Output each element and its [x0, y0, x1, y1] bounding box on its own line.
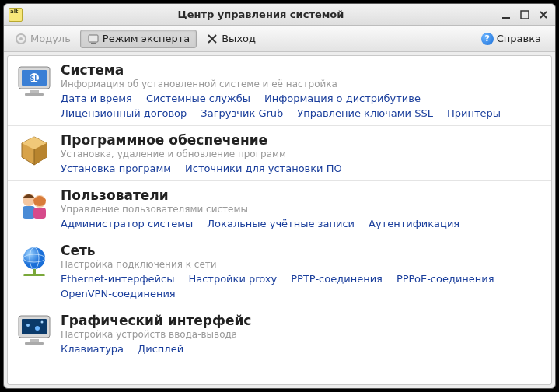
link-local-accounts[interactable]: Локальные учётные записи [207, 218, 355, 229]
exit-button[interactable]: Выход [200, 30, 262, 47]
section-title: Графический интерфейс [61, 313, 543, 328]
section-software: Программное обеспечение Установка, удале… [8, 126, 551, 181]
module-button: Модуль [9, 30, 77, 47]
system-icon: SL [16, 62, 53, 100]
help-label: Справка [497, 33, 541, 44]
section-desc: Информация об установленной системе и её… [61, 79, 543, 89]
svg-rect-23 [33, 208, 46, 219]
link-date-time[interactable]: Дата и время [61, 93, 132, 104]
link-admin[interactable]: Администратор системы [61, 218, 193, 229]
help-icon: ? [481, 33, 494, 45]
window-frame: alt Центр управления системой Модуль Реж… [3, 3, 556, 389]
link-license[interactable]: Лицензионный договор [61, 107, 187, 119]
link-auth[interactable]: Аутентификация [369, 218, 459, 229]
section-title: Сеть [61, 243, 543, 258]
svg-rect-7 [91, 43, 96, 44]
link-grub[interactable]: Загрузчик Grub [201, 107, 283, 119]
section-links: Администратор системы Локальные учётные … [61, 218, 543, 229]
link-proxy[interactable]: Настройки proxy [188, 273, 277, 285]
content-area[interactable]: SL Система Информация об установленной с… [7, 55, 552, 385]
svg-rect-35 [25, 342, 44, 345]
toolbar: Модуль Режим эксперта Выход ? Справка [4, 26, 555, 52]
svg-point-32 [35, 326, 40, 331]
svg-point-24 [23, 247, 45, 269]
expert-mode-label: Режим эксперта [103, 33, 190, 44]
section-title: Система [61, 62, 543, 78]
svg-rect-28 [23, 274, 45, 276]
link-ethernet[interactable]: Ethernet-интерфейсы [61, 273, 174, 285]
svg-rect-1 [521, 11, 529, 19]
section-desc: Настройка подключения к сети [61, 259, 543, 270]
link-openvpn[interactable]: OpenVPN-соединения [61, 288, 176, 299]
expert-mode-icon [87, 33, 100, 45]
link-pptp[interactable]: PPTP-соединения [291, 273, 383, 285]
link-ssl-keys[interactable]: Управление ключами SSL [297, 107, 433, 119]
app-icon: alt [9, 8, 23, 22]
minimize-icon [501, 10, 511, 19]
svg-point-31 [26, 324, 30, 327]
section-title: Программное обеспечение [61, 132, 543, 148]
section-graphical: Графический интерфейс Настройка устройст… [8, 306, 551, 361]
section-links: Ethernet-интерфейсы Настройки proxy PPTP… [61, 273, 543, 299]
users-icon [16, 187, 53, 225]
section-desc: Управление пользователями системы [61, 204, 543, 215]
link-distro-info[interactable]: Информация о дистрибутиве [264, 93, 421, 104]
close-button[interactable] [536, 8, 550, 22]
link-display[interactable]: Дисплей [138, 343, 183, 355]
svg-rect-21 [23, 206, 35, 219]
svg-rect-14 [30, 90, 39, 93]
close-icon [539, 10, 548, 19]
svg-rect-34 [30, 339, 39, 342]
section-links: Клавиатура Дисплей [61, 343, 543, 355]
section-title: Пользователи [61, 187, 543, 203]
exit-label: Выход [222, 33, 256, 44]
link-system-services[interactable]: Системные службы [146, 93, 250, 104]
window-title: Центр управления системой [27, 9, 494, 20]
section-links: Установка программ Источники для установ… [61, 163, 543, 174]
link-pppoe[interactable]: PPPoE-соединения [397, 273, 494, 285]
network-icon [16, 243, 53, 280]
link-printers[interactable]: Принтеры [447, 107, 501, 119]
maximize-icon [520, 10, 529, 19]
graphical-icon [16, 313, 53, 350]
expert-mode-button[interactable]: Режим эксперта [80, 30, 197, 48]
svg-rect-27 [33, 269, 36, 274]
module-icon [15, 33, 27, 45]
section-users: Пользователи Управление пользователями с… [8, 181, 551, 236]
section-links: Дата и время Системные службы Информация… [61, 93, 543, 119]
titlebar[interactable]: alt Центр управления системой [4, 4, 555, 26]
section-desc: Настройка устройств ввода-вывода [61, 329, 543, 340]
link-install-software[interactable]: Установка программ [61, 163, 171, 174]
svg-point-33 [41, 321, 44, 324]
svg-rect-6 [89, 35, 98, 42]
software-icon [16, 132, 53, 170]
svg-text:SL: SL [30, 75, 39, 82]
section-network: Сеть Настройка подключения к сети Ethern… [8, 236, 551, 306]
maximize-button[interactable] [518, 8, 532, 22]
svg-point-5 [19, 37, 23, 40]
svg-rect-30 [22, 319, 47, 334]
module-label: Модуль [30, 33, 71, 44]
svg-rect-15 [25, 93, 44, 96]
minimize-button[interactable] [499, 8, 513, 22]
section-desc: Установка, удаление и обновление програм… [61, 149, 543, 159]
link-keyboard[interactable]: Клавиатура [61, 343, 124, 355]
link-software-sources[interactable]: Источники для установки ПО [185, 163, 342, 174]
help-button[interactable]: ? Справка [475, 30, 547, 47]
section-system: SL Система Информация об установленной с… [8, 56, 551, 126]
exit-icon [206, 33, 218, 45]
